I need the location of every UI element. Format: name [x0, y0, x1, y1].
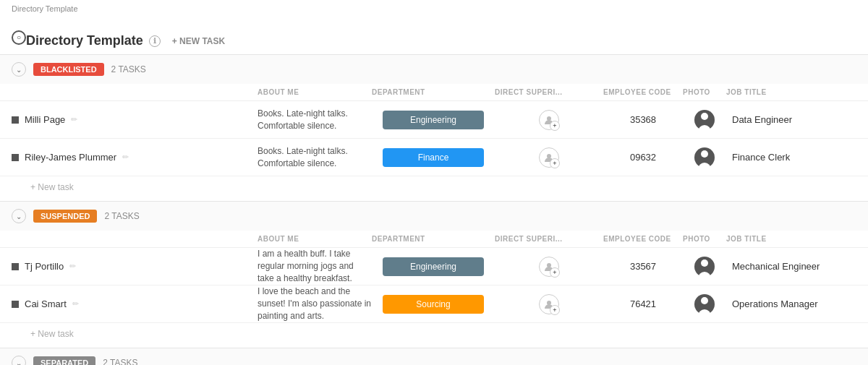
col-header-supervisor: DIRECT SUPERI...	[495, 235, 603, 243]
edit-icon[interactable]: ✏	[122, 153, 129, 162]
edit-icon[interactable]: ✏	[71, 115, 77, 124]
about-cell: Books. Late-night talks. Comfortable sil…	[258, 145, 372, 170]
about-cell: I love the beach and the sunset! I'm als…	[258, 285, 372, 322]
name-cell: Riley-James Plummer✏	[12, 152, 258, 163]
section-header-blacklisted: ⌄BLACKLISTED2 TASKS	[0, 55, 868, 84]
row-checkbox[interactable]	[12, 116, 19, 124]
about-cell: Books. Late-night talks. Comfortable sil…	[258, 108, 372, 132]
row-checkbox[interactable]	[12, 301, 19, 308]
name-cell: Milli Page✏	[12, 114, 258, 125]
col-header-employee_code: EMPLOYEE CODE	[603, 235, 683, 243]
employee-code-cell: 33567	[603, 261, 683, 272]
info-icon[interactable]: ℹ	[149, 35, 161, 47]
name-cell: Tj Portillo✏	[12, 261, 258, 272]
status-badge-blacklisted: BLACKLISTED	[33, 63, 104, 76]
job-title-cell: Operations Manager	[726, 299, 856, 309]
supervisor-icon[interactable]	[539, 110, 559, 130]
col-header-supervisor: DIRECT SUPERI...	[495, 88, 603, 96]
col-header-employee_code: EMPLOYEE CODE	[603, 88, 683, 96]
department-badge: Engineering	[383, 257, 484, 276]
job-title-cell: Data Engineer	[726, 114, 856, 125]
col-header-name	[12, 235, 258, 243]
department-cell[interactable]: Finance	[372, 148, 495, 167]
collapse-btn-suspended[interactable]: ⌄	[12, 209, 26, 223]
col-header-about: ABOUT ME	[258, 88, 372, 96]
photo-cell	[683, 294, 726, 314]
row-checkbox[interactable]	[12, 154, 19, 161]
job-title-cell: Finance Clerk	[726, 152, 856, 163]
name-cell: Cai Smart✏	[12, 299, 258, 309]
supervisor-cell[interactable]	[495, 257, 603, 277]
department-cell[interactable]: Sourcing	[372, 295, 495, 314]
employee-code-cell: 35368	[603, 114, 683, 125]
table-row: Milli Page✏Books. Late-night talks. Comf…	[0, 101, 868, 139]
department-cell[interactable]: Engineering	[372, 257, 495, 276]
department-badge: Engineering	[383, 111, 484, 129]
column-headers: ABOUT MEDEPARTMENTDIRECT SUPERI...EMPLOY…	[0, 84, 868, 101]
table-row: Riley-James Plummer✏Books. Late-night ta…	[0, 139, 868, 176]
employee-code-cell: 09632	[603, 152, 683, 163]
section-separated: ⌄SEPARATED2 TASKSABOUT MEDEPARTMENTDIREC…	[0, 348, 868, 365]
table-row: Tj Portillo✏I am a health buff. I take r…	[0, 248, 868, 285]
avatar	[694, 294, 715, 314]
section-header-suspended: ⌄SUSPENDED2 TASKS	[0, 202, 868, 231]
department-badge: Finance	[383, 148, 484, 167]
section-header-separated: ⌄SEPARATED2 TASKS	[0, 348, 868, 365]
edit-icon[interactable]: ✏	[69, 262, 76, 271]
department-badge: Sourcing	[383, 295, 484, 314]
page-title: Directory Template	[26, 33, 143, 48]
photo-cell	[683, 110, 726, 130]
col-header-job_title: JOB TITLE	[726, 88, 856, 96]
status-badge-separated: SEPARATED	[33, 356, 95, 365]
avatar	[694, 147, 715, 168]
employee-name: Cai Smart	[25, 299, 67, 309]
col-header-name	[12, 88, 258, 96]
edit-icon[interactable]: ✏	[72, 299, 79, 309]
avatar	[694, 110, 715, 130]
section-suspended: ⌄SUSPENDED2 TASKSABOUT MEDEPARTMENTDIREC…	[0, 202, 868, 348]
breadcrumb: Directory Template	[12, 4, 78, 13]
table-row: Cai Smart✏I love the beach and the sunse…	[0, 285, 868, 323]
department-cell[interactable]: Engineering	[372, 111, 495, 129]
employee-name: Riley-James Plummer	[25, 152, 116, 163]
supervisor-icon[interactable]	[539, 257, 559, 277]
col-header-photo: PHOTO	[683, 88, 726, 96]
new-task-row-blacklisted[interactable]: + New task	[0, 176, 868, 201]
col-header-department: DEPARTMENT	[372, 235, 495, 243]
status-badge-suspended: SUSPENDED	[33, 210, 97, 223]
supervisor-cell[interactable]	[495, 294, 603, 314]
col-header-about: ABOUT ME	[258, 235, 372, 243]
task-count-suspended: 2 TASKS	[104, 211, 139, 221]
collapse-page-icon[interactable]: ○	[12, 30, 26, 45]
task-count-separated: 2 TASKS	[103, 358, 137, 365]
photo-cell	[683, 147, 726, 168]
avatar	[694, 257, 715, 277]
row-checkbox[interactable]	[12, 263, 19, 270]
about-cell: I am a health buff. I take regular morni…	[258, 248, 372, 284]
col-header-photo: PHOTO	[683, 235, 726, 243]
collapse-btn-blacklisted[interactable]: ⌄	[12, 62, 26, 77]
employee-name: Tj Portillo	[25, 261, 64, 272]
supervisor-icon[interactable]	[539, 294, 559, 314]
supervisor-icon[interactable]	[539, 147, 559, 168]
column-headers: ABOUT MEDEPARTMENTDIRECT SUPERI...EMPLOY…	[0, 231, 868, 248]
collapse-btn-separated[interactable]: ⌄	[12, 356, 26, 365]
employee-code-cell: 76421	[603, 299, 683, 309]
photo-cell	[683, 257, 726, 277]
supervisor-cell[interactable]	[495, 110, 603, 130]
col-header-job_title: JOB TITLE	[726, 235, 856, 243]
job-title-cell: Mechanical Engineer	[726, 261, 856, 272]
supervisor-cell[interactable]	[495, 147, 603, 168]
new-task-row-suspended[interactable]: + New task	[0, 323, 868, 348]
col-header-department: DEPARTMENT	[372, 88, 495, 96]
task-count-blacklisted: 2 TASKS	[111, 64, 146, 74]
section-blacklisted: ⌄BLACKLISTED2 TASKSABOUT MEDEPARTMENTDIR…	[0, 55, 868, 202]
employee-name: Milli Page	[25, 114, 65, 125]
new-task-button[interactable]: + NEW TASK	[172, 36, 225, 46]
